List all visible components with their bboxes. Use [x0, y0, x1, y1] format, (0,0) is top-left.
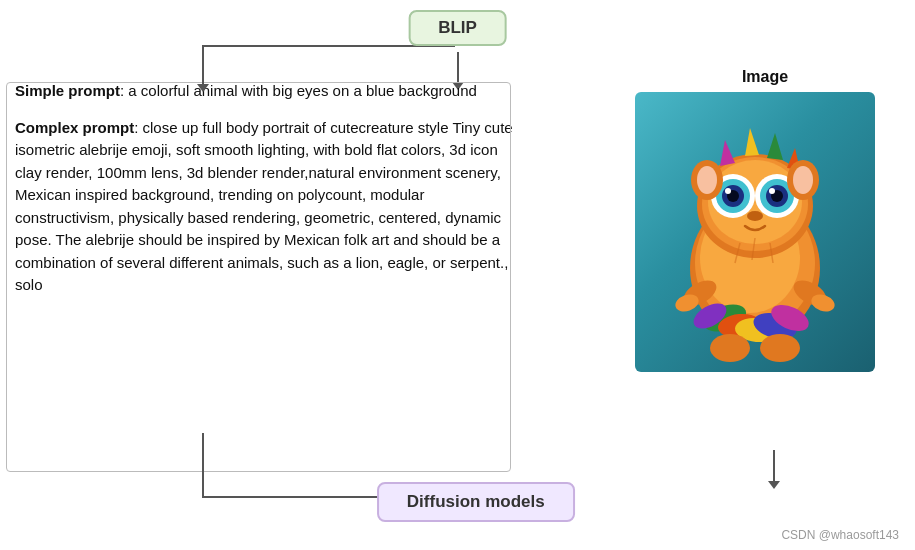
svg-marker-16 — [720, 140, 735, 166]
connector-image-to-diffusion — [773, 450, 775, 482]
svg-point-29 — [769, 188, 775, 194]
connector-top-vertical-left — [202, 45, 204, 85]
svg-point-35 — [710, 334, 750, 362]
main-container: BLIP Simple prompt: a colorful animal wi… — [0, 0, 915, 550]
svg-point-34 — [793, 166, 813, 194]
creature-image — [635, 92, 875, 372]
svg-marker-17 — [745, 128, 759, 156]
diffusion-label: Diffusion models — [407, 492, 545, 511]
image-label: Image — [635, 68, 895, 86]
text-bounding-box — [6, 82, 511, 472]
blip-box: BLIP — [408, 10, 507, 46]
svg-point-24 — [725, 188, 731, 194]
arrow-blip-down — [457, 52, 459, 82]
connector-diffusion-vertical — [202, 433, 204, 498]
image-container: Image — [635, 68, 895, 372]
creature-svg — [645, 98, 865, 366]
svg-marker-18 — [767, 133, 783, 160]
blip-label: BLIP — [438, 18, 477, 37]
svg-point-30 — [747, 211, 763, 221]
svg-point-36 — [760, 334, 800, 362]
svg-point-32 — [697, 166, 717, 194]
diffusion-box: Diffusion models — [377, 482, 575, 522]
watermark: CSDN @whaosoft143 — [781, 528, 899, 542]
